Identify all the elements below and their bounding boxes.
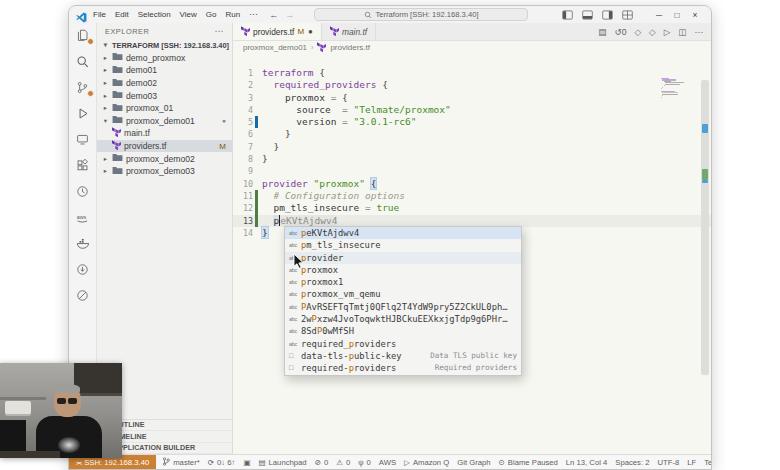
status-0[interactable]: ψ0 [354,455,375,469]
close-button[interactable]: × [686,10,704,20]
tree-item-proxmox_01[interactable]: ▸proxmox_01 [97,102,232,115]
tree-item-proxmox_demo03[interactable]: ▸proxmox_demo03 [97,165,232,178]
undo-count-icon[interactable]: ↺0 [614,27,626,37]
suggest-item-data-tls-public-key[interactable]: □data-tls-public-keyData TLS public key [285,350,521,362]
status-utf-8[interactable]: UTF-8 [654,455,684,469]
tree-root-folder[interactable]: ▾TERRAFORM [SSH: 192.168.3.40] [97,39,232,52]
minimap[interactable] [661,78,695,98]
status-ln-13-col-4[interactable]: Ln 13, Col 4 [562,455,611,469]
activitybar-search-icon[interactable] [75,54,91,69]
line-number: 2 [233,79,253,91]
code-line-8[interactable]: 8} [233,153,711,165]
activitybar-clock-icon[interactable] [75,184,91,199]
back-arrow-icon[interactable]: ← [269,10,278,20]
status-aws[interactable]: AWS [375,455,400,469]
code-line-7[interactable]: 7 } [233,141,711,153]
code-line-2[interactable]: 2 required_providers { [233,79,711,91]
activitybar-circle-arrow-icon[interactable] [75,262,91,277]
prev-change-icon[interactable]: ◇ [634,27,641,37]
tree-item-demo01[interactable]: ▸demo01 [97,64,232,77]
status-box[interactable]: ▣ [239,455,254,469]
suggest-item-proxmox[interactable]: abcproxmox [285,264,521,276]
menu-go[interactable]: Go [206,10,217,19]
activitybar-run-debug-icon[interactable] [75,106,91,121]
suggest-item-pm_tls_insecure[interactable]: abcpm_tls_insecure [285,239,521,251]
menu-view[interactable]: View [180,10,197,19]
status-lf[interactable]: LF [683,455,700,469]
forward-arrow-icon[interactable]: → [285,10,294,20]
suggest-prefix: 2w [301,314,312,324]
suggest-item-proxmox1[interactable]: abcproxmox1 [285,276,521,288]
activitybar-blocked-circle-icon[interactable] [75,288,91,303]
tree-item-demo02[interactable]: ▸demo02 [97,77,232,90]
tree-item-demo_proxmox[interactable]: ▸demo_proxmox [97,52,232,65]
activitybar-docker-icon[interactable] [75,236,91,251]
tree-item-demo03[interactable]: ▸demo03 [97,89,232,102]
code-line-12[interactable]: 12 pm_tls_insecure = true [233,202,711,214]
code-line-13[interactable]: 13 peKVtAjdwv4 [233,215,711,227]
status-amazon-q[interactable]: ▷Amazon Q [400,455,453,469]
tab-providers.tf[interactable]: providers.tfM● [233,23,322,40]
maximize-button[interactable]: □ [668,10,686,20]
toggle-panel-icon[interactable] [582,10,593,20]
suggest-item-8SdP0wMfSH[interactable]: abc8SdP0wMfSH [285,325,521,337]
activitybar-extensions-icon[interactable] [75,158,91,173]
code-line-5[interactable]: 5 version = "3.0.1-rc6" [233,116,711,128]
suggest-item-peKVtAjdwv4[interactable]: abcpeKVtAjdwv4 [285,227,521,239]
open-changes-icon[interactable]: ▤ [598,27,606,37]
dirty-indicator-icon[interactable]: ● [308,27,313,36]
code-line-6[interactable]: 6 } [233,128,711,140]
status-launchpad[interactable]: ▤Launchpad [254,455,310,469]
menu-run[interactable]: Run [225,10,240,19]
activitybar-source-control-icon[interactable] [75,80,91,95]
status-git-graph[interactable]: Git Graph [453,455,494,469]
toggle-secondary-sidebar-icon[interactable] [602,10,613,20]
minimize-button[interactable]: ─ [650,10,668,20]
status-0[interactable]: ⊘0 [311,455,333,469]
suggest-item-2wPxzw4JvoToqwktHJBC[interactable]: abc2wPxzw4JvoToqwktHJBCkuEEXkxjgTdp9g6PH… [285,313,521,325]
code-line-9[interactable]: 9 [233,165,711,177]
breadcrumb-item[interactable]: providers.tf [330,43,370,52]
suggest-item-provider[interactable]: abcprovider [285,252,521,264]
status-spaces-2[interactable]: Spaces: 2 [611,455,653,469]
run-file-icon[interactable]: ▷ [664,27,671,37]
command-center-search[interactable]: Terraform [SSH: 192.168.3.40] [314,8,528,21]
suggest-item-PAvRSEFTqTmtj0QFlq2T[interactable]: abcPAvRSEFTqTmtj0QFlq2T4YdW9pry5Z2CkUL0p… [285,301,521,313]
code-line-10[interactable]: 10provider "proxmox" { [233,178,711,190]
code-line-3[interactable]: 3 proxmox = { [233,92,711,104]
editor-scrollbar[interactable] [701,80,709,375]
breadcrumb-item[interactable]: proxmox_demo01 [243,43,307,52]
suggest-item-required-providers[interactable]: □required-providersRequired providers [285,362,521,374]
status-0-6-[interactable]: ⟳0↓ 6↑ [204,455,240,469]
tree-item-providers.tf[interactable]: providers.tfM [97,140,232,153]
more-actions-icon[interactable]: ⋯ [694,27,703,37]
code-line-4[interactable]: 4 source = "Telmate/proxmox" [233,104,711,116]
tree-item-proxmox_demo01[interactable]: ▾proxmox_demo01● [97,115,232,128]
menu-more-icon[interactable]: ⋯ [249,10,257,19]
activitybar-aws-icon[interactable]: aws [75,210,91,225]
suggest-item-proxmox_vm_qemu[interactable]: abcproxmox_vm_qemu [285,288,521,300]
status-0[interactable]: ⚠0 [332,455,354,469]
webcam-overlay [0,363,122,458]
explorer-more-actions-icon[interactable]: ⋯ [215,26,225,36]
customize-layout-icon[interactable] [622,10,633,20]
code-line-1[interactable]: 1terraform { [233,67,711,79]
terraform-file-icon [112,140,121,152]
suggest-item-required_providers[interactable]: abcrequired_providers [285,338,521,350]
status-master-[interactable]: master* [158,455,204,469]
menu-selection[interactable]: Selection [138,10,171,19]
activitybar-remote-explorer-icon[interactable] [75,132,91,147]
tab-main.tf[interactable]: main.tf [322,23,376,40]
menu-file[interactable]: File [93,10,106,19]
tree-item-proxmox_demo02[interactable]: ▸proxmox_demo02 [97,152,232,165]
suggest-label: proxmox_vm_qemu [301,288,380,300]
toggle-sidebar-icon[interactable] [562,10,573,20]
activitybar-explorer-icon[interactable] [75,28,91,43]
status-terraform[interactable]: Terraform [700,455,711,469]
status-blame-paused[interactable]: ⊙Blame Paused [495,455,562,469]
code-line-11[interactable]: 11 # Configuration options [233,190,711,202]
tree-item-main.tf[interactable]: main.tf [97,127,232,140]
menu-edit[interactable]: Edit [115,10,129,19]
next-change-icon[interactable]: ◇ [649,27,656,37]
split-editor-icon[interactable]: ◫ [678,27,686,37]
